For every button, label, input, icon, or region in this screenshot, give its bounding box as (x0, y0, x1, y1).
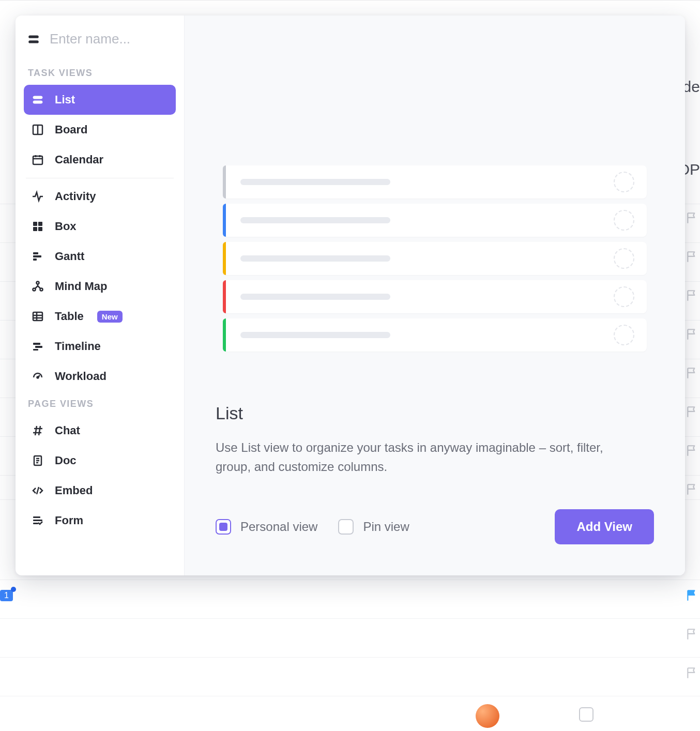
svg-point-18 (33, 288, 36, 291)
view-option-label: List (55, 93, 75, 106)
checkbox-outline (579, 707, 594, 722)
list-preview-illustration (223, 165, 647, 357)
menu-divider (26, 178, 174, 178)
board-icon (31, 123, 44, 136)
view-option-chat[interactable]: Chat (24, 416, 176, 446)
flag-icon (686, 367, 699, 380)
view-option-label: Timeline (55, 340, 101, 353)
svg-rect-2 (33, 96, 42, 99)
detail-title: List (216, 403, 654, 423)
view-option-mindmap[interactable]: Mind Map (24, 271, 176, 301)
svg-rect-0 (28, 35, 39, 38)
flag-icon (686, 405, 699, 419)
task-views-label: TASK VIEWS (24, 60, 176, 85)
view-option-calendar[interactable]: Calendar (24, 145, 176, 175)
flag-icon (686, 444, 699, 458)
checkbox-label: Pin view (363, 520, 409, 534)
view-name-input[interactable] (50, 31, 173, 47)
table-icon (31, 310, 44, 323)
view-option-label: Table (55, 310, 84, 323)
svg-rect-13 (38, 227, 42, 231)
workload-icon (31, 370, 44, 383)
add-view-popover: TASK VIEWS List Board Calendar Activity (16, 16, 685, 575)
flag-icon (686, 328, 699, 341)
svg-rect-12 (33, 227, 37, 231)
task-views-menu: List Board Calendar (24, 85, 176, 175)
view-option-embed[interactable]: Embed (24, 476, 176, 506)
view-option-table[interactable]: Table New (24, 301, 176, 331)
flag-icon (686, 589, 699, 602)
flag-icon (686, 250, 699, 264)
page-views-menu: Chat Doc Embed Form (24, 416, 176, 536)
svg-rect-26 (33, 349, 38, 351)
view-detail-pane: List Use List view to organize your task… (184, 16, 685, 575)
view-option-activity[interactable]: Activity (24, 181, 176, 211)
view-option-label: Workload (55, 370, 106, 383)
svg-point-28 (37, 377, 39, 378)
svg-rect-40 (33, 523, 38, 524)
view-option-label: Board (55, 123, 88, 136)
checkbox-label: Personal view (240, 520, 317, 534)
svg-line-31 (35, 426, 37, 435)
svg-rect-11 (38, 222, 42, 226)
view-option-label: Mind Map (55, 280, 107, 293)
svg-rect-25 (35, 346, 42, 348)
view-option-form[interactable]: Form (24, 506, 176, 536)
svg-line-32 (39, 426, 40, 435)
svg-rect-24 (33, 343, 40, 345)
hash-icon (31, 424, 44, 437)
view-option-label: Activity (55, 190, 96, 203)
list-icon (31, 93, 44, 106)
svg-rect-39 (33, 520, 42, 521)
activity-icon (31, 190, 44, 203)
view-option-label: Chat (55, 424, 80, 437)
gantt-icon (31, 250, 44, 263)
detail-description: Use List view to organize your tasks in … (216, 438, 619, 476)
svg-rect-14 (33, 252, 38, 254)
new-badge: New (97, 311, 123, 323)
view-option-doc[interactable]: Doc (24, 446, 176, 476)
view-option-label: Form (55, 514, 83, 527)
view-option-box[interactable]: Box (24, 211, 176, 241)
svg-rect-1 (28, 40, 39, 43)
pin-view-checkbox[interactable]: Pin view (338, 519, 409, 535)
view-option-label: Calendar (55, 153, 103, 166)
embed-icon (31, 484, 44, 497)
view-option-timeline[interactable]: Timeline (24, 331, 176, 361)
view-option-label: Gantt (55, 250, 84, 263)
timeline-icon (31, 340, 44, 353)
form-icon (31, 514, 44, 527)
view-option-list[interactable]: List (24, 85, 176, 115)
svg-rect-20 (33, 312, 42, 321)
page-views-label: PAGE VIEWS (24, 391, 176, 416)
calendar-icon (31, 153, 44, 166)
flag-icon (686, 628, 699, 641)
svg-rect-10 (33, 222, 37, 226)
box-icon (31, 220, 44, 233)
flag-icon (686, 666, 699, 680)
view-option-board[interactable]: Board (24, 115, 176, 145)
view-option-workload[interactable]: Workload (24, 361, 176, 391)
doc-icon (31, 454, 44, 467)
mindmap-icon (31, 280, 44, 293)
view-option-gantt[interactable]: Gantt (24, 241, 176, 271)
svg-rect-38 (33, 516, 40, 518)
svg-point-19 (40, 288, 43, 291)
avatar (476, 704, 499, 728)
view-picker-sidebar: TASK VIEWS List Board Calendar Activity (16, 16, 184, 575)
view-option-label: Box (55, 220, 77, 233)
personal-view-checkbox[interactable]: Personal view (216, 519, 317, 535)
flag-icon (686, 289, 699, 302)
svg-rect-16 (33, 258, 37, 261)
svg-line-37 (37, 487, 39, 494)
flag-icon (686, 211, 699, 225)
list-icon (27, 33, 40, 46)
svg-rect-15 (33, 255, 41, 257)
svg-point-17 (37, 282, 39, 284)
count-badge: 1 (0, 590, 13, 601)
add-view-button[interactable]: Add View (555, 509, 654, 544)
svg-rect-6 (33, 156, 42, 164)
svg-rect-3 (33, 101, 42, 103)
view-option-label: Embed (55, 484, 93, 497)
view-option-label: Doc (55, 454, 77, 467)
